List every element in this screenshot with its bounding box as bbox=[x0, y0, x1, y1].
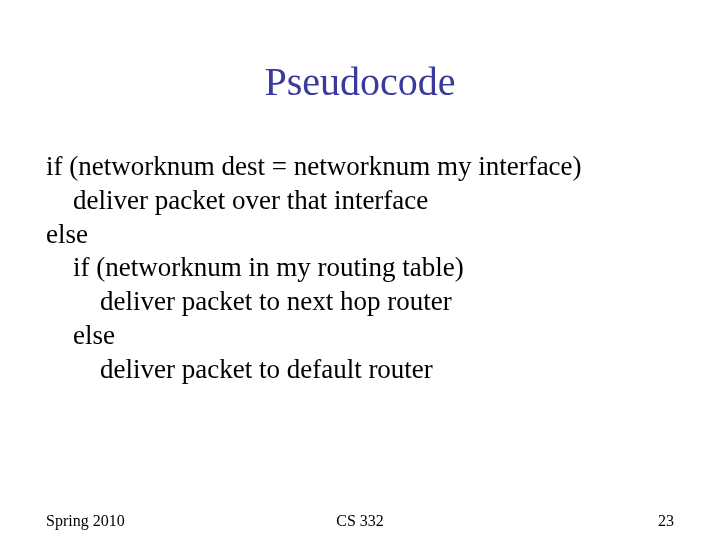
slide-title: Pseudocode bbox=[0, 58, 720, 105]
code-line: deliver packet to next hop router bbox=[46, 285, 676, 319]
slide: Pseudocode if (networknum dest = network… bbox=[0, 0, 720, 540]
pseudocode-block: if (networknum dest = networknum my inte… bbox=[46, 150, 676, 386]
code-text: deliver packet to default router bbox=[100, 354, 433, 384]
code-text: if (networknum dest = networknum my inte… bbox=[46, 151, 582, 181]
code-line: if (networknum in my routing table) bbox=[46, 251, 676, 285]
code-text: if (networknum in my routing table) bbox=[73, 252, 464, 282]
code-text: deliver packet to next hop router bbox=[100, 286, 452, 316]
code-text: deliver packet over that interface bbox=[73, 185, 428, 215]
footer-course: CS 332 bbox=[46, 512, 674, 530]
slide-number: 23 bbox=[658, 512, 674, 530]
code-line: deliver packet to default router bbox=[46, 353, 676, 387]
code-line: if (networknum dest = networknum my inte… bbox=[46, 150, 676, 184]
code-text: else bbox=[73, 320, 115, 350]
code-line: else bbox=[46, 218, 676, 252]
code-line: else bbox=[46, 319, 676, 353]
code-text: else bbox=[46, 219, 88, 249]
code-line: deliver packet over that interface bbox=[46, 184, 676, 218]
